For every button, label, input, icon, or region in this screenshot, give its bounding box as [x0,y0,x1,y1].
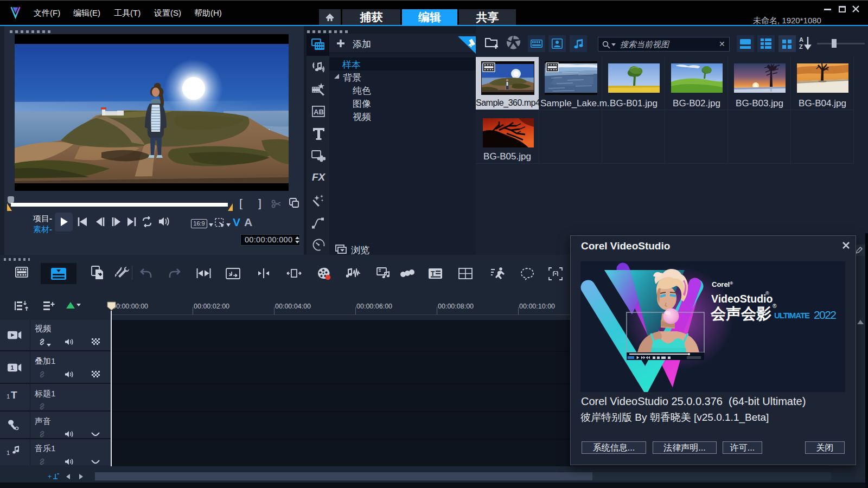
svg-text:2022: 2022 [814,309,837,321]
svg-text:A: A [799,36,803,43]
svg-text:会声会影: 会声会影 [710,305,771,322]
svg-text:VideoStudio: VideoStudio [711,293,773,305]
svg-text:Z: Z [799,43,803,50]
svg-text:AB: AB [314,108,324,116]
svg-text:1: 1 [10,364,14,371]
svg-text:+: + [48,473,52,480]
svg-text:T: T [431,270,435,278]
svg-text:ULTIMATE: ULTIMATE [774,311,810,320]
svg-text:®: ® [773,303,777,309]
svg-text:®: ® [765,291,769,296]
